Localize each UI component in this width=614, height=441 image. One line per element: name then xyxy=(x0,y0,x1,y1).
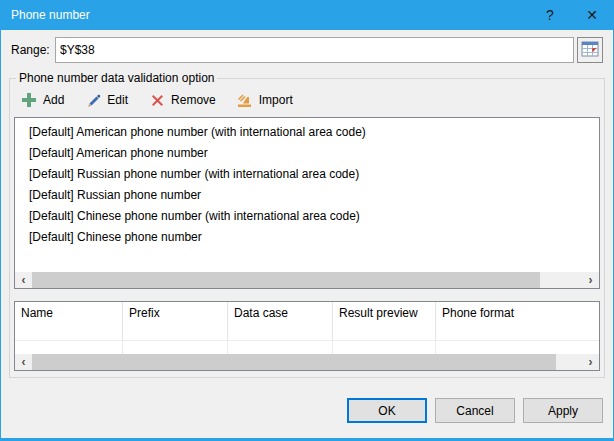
column-header-data-case[interactable]: Data case xyxy=(228,302,333,340)
title-bar: Phone number ? ✕ xyxy=(1,0,613,30)
list-scroll-thumb[interactable] xyxy=(32,272,540,288)
column-header-prefix[interactable]: Prefix xyxy=(123,302,228,340)
table-header-row: NamePrefixData caseResult previewPhone f… xyxy=(15,302,599,340)
scroll-left-icon[interactable]: ‹ xyxy=(15,272,32,288)
close-icon: ✕ xyxy=(586,7,598,23)
table-horizontal-scrollbar[interactable]: ‹ › xyxy=(15,354,599,370)
scroll-right-icon[interactable]: › xyxy=(582,272,599,288)
help-button[interactable]: ? xyxy=(529,0,571,30)
toolbar: Add Edit Remove xyxy=(14,85,600,117)
import-button[interactable]: Import xyxy=(236,91,293,109)
remove-button[interactable]: Remove xyxy=(148,91,216,109)
add-icon xyxy=(20,91,38,109)
list-item[interactable]: [Default] Chinese phone number (with int… xyxy=(15,206,599,227)
range-row: Range: xyxy=(11,37,603,63)
remove-label: Remove xyxy=(171,93,216,107)
edit-icon xyxy=(84,91,102,109)
list-item[interactable]: [Default] Russian phone number xyxy=(15,185,599,206)
list-item[interactable]: [Default] American phone number xyxy=(15,143,599,164)
close-button[interactable]: ✕ xyxy=(571,0,613,30)
table-scroll-thumb[interactable] xyxy=(32,354,556,370)
window-title: Phone number xyxy=(1,8,529,22)
list-item[interactable]: [Default] American phone number (with in… xyxy=(15,122,599,143)
phone-number-dialog: Phone number ? ✕ Range: xyxy=(0,0,614,441)
table-scroll-track[interactable] xyxy=(32,354,582,370)
range-picker-button[interactable] xyxy=(577,37,603,63)
list-scroll-track[interactable] xyxy=(32,272,582,288)
edit-button[interactable]: Edit xyxy=(84,91,128,109)
help-icon: ? xyxy=(546,7,554,23)
range-input[interactable] xyxy=(55,37,574,63)
add-label: Add xyxy=(43,93,64,107)
detail-table: NamePrefixData caseResult previewPhone f… xyxy=(14,301,600,371)
column-header-name[interactable]: Name xyxy=(15,302,123,340)
validation-option-group: Phone number data validation option Add xyxy=(9,71,605,378)
validation-list-box: [Default] American phone number (with in… xyxy=(14,117,600,289)
ok-button[interactable]: OK xyxy=(347,398,427,423)
column-header-phone-format[interactable]: Phone format xyxy=(436,302,599,340)
apply-button[interactable]: Apply xyxy=(523,398,603,423)
import-icon xyxy=(236,91,254,109)
range-picker-icon xyxy=(581,41,599,60)
group-title: Phone number data validation option xyxy=(16,71,217,85)
scroll-right-icon[interactable]: › xyxy=(582,354,599,370)
list-item[interactable]: [Default] Chinese phone number xyxy=(15,227,599,248)
scroll-left-icon[interactable]: ‹ xyxy=(15,354,32,370)
validation-list: [Default] American phone number (with in… xyxy=(15,118,599,272)
table-empty-row xyxy=(15,340,599,354)
remove-icon xyxy=(148,91,166,109)
add-button[interactable]: Add xyxy=(20,91,64,109)
list-item[interactable]: [Default] Russian phone number (with int… xyxy=(15,164,599,185)
cancel-button[interactable]: Cancel xyxy=(435,398,515,423)
range-label: Range: xyxy=(11,43,55,57)
dialog-buttons: OK Cancel Apply xyxy=(1,398,603,423)
column-header-result-preview[interactable]: Result preview xyxy=(333,302,436,340)
list-horizontal-scrollbar[interactable]: ‹ › xyxy=(15,272,599,288)
import-label: Import xyxy=(259,93,293,107)
edit-label: Edit xyxy=(107,93,128,107)
